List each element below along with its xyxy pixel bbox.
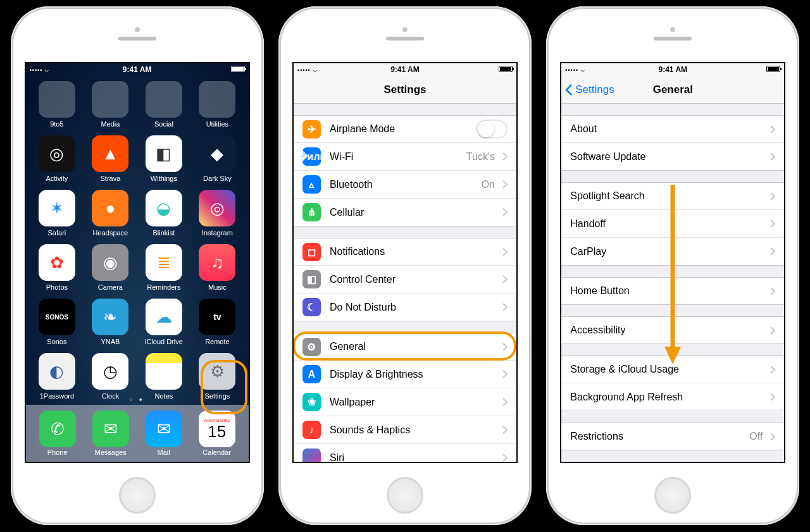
app-icon: ◎ — [199, 190, 235, 226]
app-icon: ◒ — [146, 190, 182, 226]
settings-row-sounds-haptics[interactable]: ♪ Sounds & Haptics — [294, 416, 516, 444]
settings-row-do-not-disturb[interactable]: ☾ Do Not Disturb — [294, 294, 516, 321]
app-icon: ❧ — [92, 299, 128, 335]
row-label: Software Update — [570, 151, 766, 163]
general-navbar: Settings General — [561, 76, 784, 104]
general-row-about[interactable]: About — [561, 115, 784, 143]
row-label: Home Button — [570, 285, 766, 297]
settings-row-wi-fi[interactable]: �или Wi-FiTuck's — [294, 143, 516, 171]
app-remote[interactable]: tv Remote — [194, 299, 240, 345]
app-phone[interactable]: ✆ Phone — [35, 411, 80, 456]
app-camera[interactable]: ◉ Camera — [87, 244, 133, 291]
chevron-icon — [770, 220, 775, 228]
app-mail[interactable]: ✉ Mail — [141, 411, 187, 456]
settings-row-control-center[interactable]: ◧ Control Center — [294, 266, 516, 294]
settings-row-siri[interactable]: Siri — [294, 444, 516, 463]
app-icon: ≣ — [146, 244, 182, 281]
general-row-storage-icloud-usage[interactable]: Storage & iCloud Usage — [561, 356, 784, 383]
chevron-icon — [770, 247, 775, 256]
app-label: Withings — [151, 175, 177, 182]
row-label: Siri — [330, 452, 499, 464]
status-bar: ⌵ 9:41 AM — [294, 63, 516, 76]
folder-label: Media — [101, 120, 120, 128]
folder-social[interactable]: Social — [141, 81, 187, 128]
app-label: Blinkist — [153, 229, 175, 237]
app-messages[interactable]: ✉ Messages — [88, 411, 134, 456]
app-withings[interactable]: ◧ Withings — [141, 135, 187, 182]
app-clock[interactable]: ◷ Clock — [87, 353, 133, 400]
status-time: 9:41 AM — [294, 65, 516, 74]
folder-icon — [39, 81, 75, 118]
general-row-restrictions[interactable]: RestrictionsOff — [561, 423, 784, 450]
app-photos[interactable]: ✿ Photos — [34, 244, 80, 291]
row-label: Airplane Mode — [330, 123, 476, 135]
row-label: Cellular — [330, 207, 499, 218]
folder-media[interactable]: Media — [87, 81, 133, 128]
general-row-accessibility[interactable]: Accessibility — [561, 316, 784, 344]
row-label: Do Not Disturb — [330, 302, 499, 313]
settings-row-wallpaper[interactable]: ❀ Wallpaper — [294, 388, 516, 416]
app-label: Activity — [46, 175, 68, 182]
general-row-background-app-refresh[interactable]: Background App Refresh — [561, 383, 784, 411]
general-row-spotlight-search[interactable]: Spotlight Search — [561, 182, 784, 210]
app-notes[interactable]: Notes — [141, 353, 187, 400]
general-screen: ⌵ 9:41 AM Settings General About Softwar… — [560, 62, 785, 463]
chevron-icon — [770, 125, 775, 133]
app-icon: ◉ — [92, 244, 128, 281]
app-instagram[interactable]: ◎ Instagram — [194, 190, 240, 237]
app-label: Instagram — [202, 229, 233, 237]
settings-row-general[interactable]: ⚙ General — [294, 333, 516, 361]
row-label: CarPlay — [570, 246, 766, 257]
general-row-handoff[interactable]: Handoff — [561, 210, 784, 238]
app-safari[interactable]: ✶ Safari — [34, 190, 80, 237]
app-calendar[interactable]: Wednesday15 Calendar — [194, 411, 240, 456]
folder-9to5[interactable]: 9to5 — [34, 81, 80, 128]
airplane-toggle[interactable] — [476, 120, 508, 139]
app-music[interactable]: ♫ Music — [194, 244, 240, 291]
chevron-icon — [770, 433, 775, 441]
settings-row-notifications[interactable]: ◻ Notifications — [294, 238, 516, 266]
home-button[interactable] — [654, 477, 691, 514]
back-button[interactable]: Settings — [565, 76, 614, 103]
app-strava[interactable]: ▲ Strava — [87, 135, 133, 182]
settings-screen: ⌵ 9:41 AM Settings ✈ Airplane Mode �или … — [292, 62, 518, 463]
chevron-icon — [502, 208, 508, 216]
general-list: About Software Update Spotlight Search H… — [561, 115, 784, 450]
row-label: About — [570, 123, 766, 135]
general-row-home-button[interactable]: Home Button — [561, 277, 784, 305]
chevron-icon — [502, 152, 508, 161]
settings-row-airplane-mode[interactable]: ✈ Airplane Mode — [294, 115, 516, 143]
chevron-icon — [502, 303, 508, 311]
app-icon: ✶ — [39, 190, 75, 226]
app-sonos[interactable]: SONOS Sonos — [34, 299, 80, 345]
app-icon: tv — [199, 299, 235, 335]
general-row-software-update[interactable]: Software Update — [561, 143, 784, 171]
app-icon — [146, 353, 182, 390]
app-settings[interactable]: ⚙ Settings — [194, 353, 240, 400]
folder-utilities[interactable]: Utilities — [194, 81, 240, 128]
settings-title: Settings — [383, 84, 426, 96]
settings-row-bluetooth[interactable]: ▵ BluetoothOn — [294, 171, 516, 199]
app-blinkist[interactable]: ◒ Blinkist — [141, 190, 187, 237]
app-ynab[interactable]: ❧ YNAB — [87, 299, 133, 345]
home-screen: ⌵ 9:41 AM 9to5 Media Social Utilities ◎ … — [25, 62, 250, 463]
row-value: On — [482, 179, 495, 190]
app-icloud-drive[interactable]: ☁ iCloud Drive — [141, 299, 187, 345]
home-button[interactable] — [387, 477, 423, 514]
battery-icon — [499, 66, 513, 72]
app-activity[interactable]: ◎ Activity — [34, 135, 80, 182]
row-label: Bluetooth — [330, 179, 482, 190]
settings-row-display-brightness[interactable]: A Display & Brightness — [294, 361, 516, 388]
dock: ✆ Phone ✉ Messages ✉ Mail Wednesday15 Ca… — [26, 405, 249, 462]
status-time: 9:41 AM — [26, 65, 249, 74]
app-1password[interactable]: ◐ 1Password — [34, 353, 80, 400]
app-dark-sky[interactable]: ◆ Dark Sky — [194, 135, 240, 182]
settings-row-cellular[interactable]: ⋔ Cellular — [294, 199, 516, 226]
general-row-carplay[interactable]: CarPlay — [561, 238, 784, 266]
row-icon: ◻ — [302, 243, 321, 261]
app-label: Camera — [98, 283, 123, 291]
app-headspace[interactable]: ● Headspace — [87, 190, 133, 237]
back-label: Settings — [575, 84, 614, 96]
app-reminders[interactable]: ≣ Reminders — [141, 244, 187, 291]
home-button[interactable] — [119, 477, 156, 514]
